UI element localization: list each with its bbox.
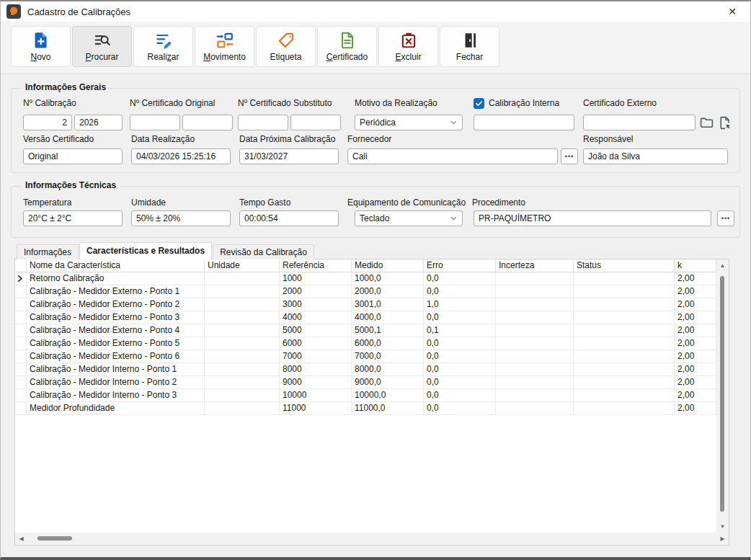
- table-cell: Calibração - Medidor Externo - Ponto 5: [27, 337, 205, 350]
- umidade-input[interactable]: [131, 210, 231, 226]
- column-header-unidade[interactable]: Unidade: [205, 259, 280, 272]
- cert-original-seq-input[interactable]: [130, 115, 180, 130]
- horizontal-scrollbar[interactable]: ◀ ▶: [15, 533, 729, 545]
- toolbar-button-fechar[interactable]: Fechar: [440, 26, 499, 67]
- table-cell: 2,00: [675, 363, 716, 376]
- num-calibracao-seq-input[interactable]: [23, 115, 72, 130]
- table-row[interactable]: Calibração - Medidor Externo - Ponto 340…: [15, 311, 716, 324]
- table-cell: [496, 324, 574, 337]
- scroll-right-icon[interactable]: ▶: [716, 533, 729, 545]
- scroll-left-icon[interactable]: ◀: [15, 533, 27, 545]
- tempo-gasto-input[interactable]: [239, 210, 339, 226]
- indicator-column-header: [15, 259, 27, 272]
- grid-header-row: Nome da CaracterísticaUnidadeReferênciaM…: [15, 259, 716, 272]
- certificado-externo-input[interactable]: [583, 115, 696, 130]
- table-cell: 2,00: [675, 324, 716, 337]
- table-cell: Medidor Profundidade: [27, 402, 205, 415]
- fornecedor-browse-button[interactable]: •••: [561, 148, 578, 164]
- toolbar-button-certificado[interactable]: Certificado: [317, 26, 377, 67]
- row-indicator-cell: [15, 363, 27, 376]
- tempo-gasto-label: Tempo Gasto: [239, 197, 290, 208]
- scroll-down-icon[interactable]: ▼: [716, 520, 729, 533]
- equipamento-select[interactable]: Teclado: [355, 210, 463, 226]
- tab-page-caracteristicas: Nome da CaracterísticaUnidadeReferênciaM…: [14, 259, 729, 546]
- table-cell: [205, 324, 280, 337]
- toolbar-button-etiqueta[interactable]: Etiqueta: [256, 26, 316, 67]
- close-button[interactable]: ✕: [720, 6, 745, 17]
- scroll-up-icon[interactable]: ▲: [716, 259, 729, 272]
- num-calibracao-year-input[interactable]: [74, 115, 123, 130]
- column-header-status[interactable]: Status: [574, 259, 675, 272]
- table-row[interactable]: Calibração - Medidor Interno - Ponto 310…: [15, 389, 716, 402]
- column-header-erro[interactable]: Erro: [424, 259, 496, 272]
- cert-substituto-seq-input[interactable]: [238, 115, 288, 130]
- toolbar-button-novo[interactable]: Novo: [11, 26, 71, 67]
- table-cell: 2,00: [675, 337, 716, 350]
- table-cell: 4000: [280, 311, 352, 324]
- row-indicator-cell: [15, 298, 27, 311]
- table-row[interactable]: Calibração - Medidor Externo - Ponto 120…: [15, 285, 716, 298]
- vertical-scrollbar[interactable]: ▲ ▼: [716, 259, 729, 533]
- open-folder-icon[interactable]: [698, 115, 714, 130]
- horizontal-scrollbar-thumb[interactable]: [37, 536, 72, 541]
- toolbar-button-label: Movimento: [203, 52, 246, 62]
- table-cell: Calibração - Medidor Externo - Ponto 6: [27, 350, 205, 363]
- title-bar: Cadastro de Calibrações ✕: [1, 1, 750, 22]
- responsavel-input[interactable]: [583, 148, 728, 164]
- toolbar-button-movimento[interactable]: Movimento: [195, 26, 254, 67]
- tab-revisao-da-calibracao[interactable]: Revisão da Calibração: [213, 244, 314, 259]
- procedimento-browse-button[interactable]: •••: [717, 210, 734, 226]
- table-cell: [205, 376, 280, 389]
- versao-certificado-input[interactable]: [23, 148, 123, 164]
- table-cell: Calibração - Medidor Externo - Ponto 3: [27, 311, 205, 324]
- table-row[interactable]: Calibração - Medidor Interno - Ponto 290…: [15, 376, 716, 389]
- vertical-scrollbar-thumb[interactable]: [720, 276, 724, 512]
- table-row[interactable]: Calibração - Medidor Externo - Ponto 560…: [15, 337, 716, 350]
- vertical-scrollbar-track[interactable]: [716, 272, 729, 520]
- table-cell: 8000,0: [352, 363, 424, 376]
- data-realizacao-input[interactable]: [131, 148, 231, 164]
- calibracao-interna-checkbox[interactable]: [474, 98, 484, 109]
- cert-substituto-label: Nº Certificado Substituto: [238, 98, 332, 108]
- table-cell: [574, 324, 675, 337]
- toolbar-button-excluir[interactable]: Excluir: [378, 26, 438, 67]
- data-proxima-input[interactable]: [239, 148, 339, 164]
- column-header-k[interactable]: k: [675, 259, 716, 272]
- table-cell: 0,0: [424, 363, 496, 376]
- toolbar-button-procurar[interactable]: Procurar: [72, 26, 132, 67]
- fornecedor-input[interactable]: [347, 148, 558, 164]
- table-row[interactable]: Medidor Profundidade1100011000,00,02,00: [15, 402, 716, 415]
- temperatura-input[interactable]: [23, 210, 123, 226]
- table-row[interactable]: Calibração - Medidor Externo - Ponto 230…: [15, 298, 716, 311]
- cert-substituto-year-input[interactable]: [290, 115, 341, 130]
- table-cell: Calibração - Medidor Externo - Ponto 4: [27, 324, 205, 337]
- table-cell: Calibração - Medidor Interno - Ponto 3: [27, 389, 205, 402]
- calibracao-interna-input[interactable]: [474, 115, 574, 130]
- toolbar-button-realizar[interactable]: Realizar: [133, 26, 193, 67]
- table-cell: 7000: [280, 350, 352, 363]
- column-header-medido[interactable]: Medido: [352, 259, 424, 272]
- table-cell: 3000: [280, 298, 352, 311]
- column-header-nome-da-caracteristica[interactable]: Nome da Característica: [27, 259, 205, 272]
- procedimento-input[interactable]: [474, 210, 711, 226]
- table-cell: 0,0: [424, 376, 496, 389]
- table-cell: 2,00: [675, 402, 716, 415]
- row-indicator-cell: [15, 389, 27, 402]
- table-row[interactable]: Calibração - Medidor Externo - Ponto 450…: [15, 324, 716, 337]
- table-cell: 6000,0: [352, 337, 424, 350]
- table-cell: [496, 285, 574, 298]
- cert-original-year-input[interactable]: [182, 115, 233, 130]
- table-row[interactable]: Calibração - Medidor Interno - Ponto 180…: [15, 363, 716, 376]
- column-header-referencia[interactable]: Referência: [280, 259, 352, 272]
- select-file-icon[interactable]: [716, 115, 732, 130]
- motivo-select[interactable]: Periódica: [355, 115, 463, 130]
- column-header-incerteza[interactable]: Incerteza: [496, 259, 574, 272]
- tab-informacoes[interactable]: Informações: [17, 244, 79, 259]
- horizontal-scrollbar-track[interactable]: [27, 533, 716, 545]
- toolbar-button-label: Excluir: [395, 52, 421, 62]
- toolbar-button-label: Procurar: [85, 52, 118, 62]
- table-row[interactable]: Calibração - Medidor Externo - Ponto 670…: [15, 350, 716, 363]
- tab-caracteristicas-e-resultados[interactable]: Características e Resultados: [79, 242, 212, 259]
- table-row[interactable]: Retorno Calibração10001000,00,02,00: [15, 272, 716, 285]
- groupbox-informacoes-tecnicas: Informações Técnicas Temperatura Umidade…: [11, 186, 740, 238]
